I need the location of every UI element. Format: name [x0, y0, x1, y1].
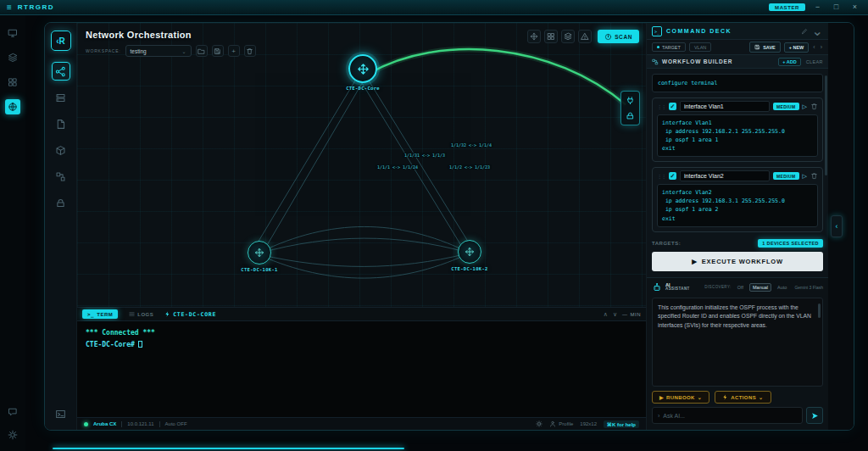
sidebar-item-templates[interactable] — [52, 114, 70, 133]
actions-button[interactable]: ACTIONS ⌄ — [715, 391, 771, 404]
prev-workflow-button[interactable]: ‹ — [812, 44, 815, 50]
save-workflow-button[interactable]: SAVE — [749, 42, 781, 53]
workspace-select[interactable]: testing ⌄ — [125, 45, 192, 57]
priority-badge[interactable]: MEDIUM — [773, 103, 799, 110]
server-icon — [55, 92, 66, 103]
next-workflow-button[interactable]: › — [820, 44, 823, 50]
panel-caret-button[interactable]: ⌄ — [812, 23, 823, 39]
sidebar-item-automation[interactable] — [52, 167, 70, 186]
step-checkbox[interactable]: ✓ — [669, 172, 676, 180]
profile-menu[interactable]: Profile — [549, 420, 573, 427]
rail-item-layers[interactable] — [5, 50, 20, 65]
execute-workflow-button[interactable]: ▶ EXECUTE WORKFLOW — [652, 252, 823, 271]
ai-message-box[interactable]: This configuration initializes the OSPF … — [652, 298, 823, 387]
rail-item-settings[interactable] — [5, 427, 20, 443]
run-step-button[interactable]: ▷ — [803, 173, 807, 179]
sidebar-item-security[interactable] — [52, 193, 70, 212]
step-name-input[interactable] — [680, 170, 770, 181]
maximize-button[interactable]: □ — [830, 3, 843, 11]
add-step-button[interactable]: + ADD — [778, 58, 800, 66]
sidebar-item-terminal[interactable] — [52, 404, 70, 423]
topo-node-left[interactable]: CTE-DC-10K-1 — [225, 241, 293, 272]
package-icon — [55, 145, 66, 156]
drag-handle[interactable]: ⋮⋮ — [657, 173, 665, 179]
terminal-tab-term[interactable]: >_ TERM — [82, 309, 118, 319]
discovery-mode-auto[interactable]: Auto — [775, 284, 789, 291]
sidebar-item-topology[interactable] — [52, 62, 70, 81]
terminal-output[interactable]: *** Connected *** CTE-DC-Core# — [77, 321, 646, 417]
edge-line[interactable] — [256, 75, 359, 246]
targets-count-badge[interactable]: 1 DEVICES SELECTED — [758, 239, 823, 248]
base-command-box[interactable]: configure terminal — [652, 74, 823, 92]
expand-up-button[interactable]: ∧ — [604, 311, 608, 318]
step-code-box[interactable]: interface Vlan1 ip address 192.168.2.1 2… — [657, 114, 818, 157]
edge-line[interactable] — [359, 77, 464, 250]
sidebar-item-inventory[interactable] — [52, 141, 70, 159]
step-name-input[interactable] — [680, 101, 770, 112]
pan-tool-button[interactable] — [527, 30, 541, 43]
workflow-step: ⋮⋮ ✓ MEDIUM ▷ interface Vlan2 ip address… — [652, 167, 823, 231]
actions-label: ACTIONS — [731, 395, 756, 400]
tab-target[interactable]: TARGET — [652, 42, 686, 52]
terminal-tab-logs[interactable]: LOGS — [124, 309, 159, 319]
close-button[interactable]: × — [849, 3, 861, 11]
topo-node-right[interactable]: CTE-DC-10K-2 — [436, 240, 504, 271]
step-code-box[interactable]: interface Vlan2 ip address 192.168.3.1 2… — [657, 184, 818, 226]
edge-line[interactable] — [364, 75, 470, 246]
ask-ai-input[interactable] — [663, 413, 797, 419]
connect-link-button[interactable] — [625, 95, 636, 106]
rail-item-chat[interactable] — [5, 404, 20, 420]
collapse-panel-button[interactable]: ‹ — [831, 215, 843, 237]
lock-canvas-button[interactable] — [625, 110, 636, 121]
alerts-button[interactable] — [578, 30, 592, 43]
app-title: RTRGRD — [18, 3, 54, 11]
tab-vlan[interactable]: VLAN — [689, 42, 711, 52]
discovery-label: DISCOVERY: — [704, 285, 731, 289]
step-checkbox[interactable]: ✓ — [669, 103, 676, 110]
menu-icon[interactable]: ≡ — [7, 3, 12, 12]
rail-item-network-active[interactable] — [5, 99, 20, 114]
message-scrollbar[interactable] — [818, 303, 821, 318]
minimize-terminal-button[interactable]: — MIN — [622, 312, 641, 317]
workspace-delete-button[interactable] — [244, 45, 256, 57]
ai-model-label[interactable]: Gemini 3 Flash — [794, 285, 823, 290]
discovery-mode-manual[interactable]: Manual — [749, 283, 771, 292]
edge-line[interactable] — [264, 77, 365, 250]
grid-toggle-button[interactable] — [544, 30, 558, 43]
clear-steps-button[interactable]: CLEAR — [806, 59, 823, 64]
gear-icon[interactable] — [536, 420, 542, 427]
rail-item-grid[interactable] — [5, 75, 20, 90]
workspace-save-button[interactable] — [212, 45, 224, 57]
drag-handle[interactable]: ⋮⋮ — [657, 103, 665, 109]
workspace-open-button[interactable] — [196, 45, 208, 57]
collapse-down-button[interactable]: ∨ — [613, 311, 617, 318]
priority-badge[interactable]: MEDIUM — [773, 172, 799, 180]
sidebar-item-devices[interactable] — [52, 88, 70, 107]
plug-icon — [626, 96, 635, 105]
rail-item-monitor[interactable] — [5, 25, 20, 41]
discovery-mode-off[interactable]: Off — [735, 284, 746, 291]
panel-scrollbar[interactable] — [825, 75, 827, 175]
minimize-button[interactable]: − — [811, 3, 824, 11]
rail-bottom-group — [5, 404, 20, 443]
topology-icon — [55, 66, 66, 77]
terminal-controls: ∧ ∨ — MIN — [604, 311, 641, 318]
delete-step-button[interactable] — [810, 172, 818, 180]
edit-button[interactable] — [801, 28, 808, 35]
ask-ai-field[interactable]: › — [652, 407, 803, 424]
new-workflow-button[interactable]: + NEW — [784, 42, 810, 53]
save-label: SAVE — [763, 45, 776, 50]
topology-canvas[interactable]: Network Orchestration WORKSPACE: testing… — [77, 23, 647, 307]
layers-button[interactable] — [561, 30, 575, 43]
auto-mode-label[interactable]: Auto OFF — [165, 421, 187, 426]
statusbar-right: Profile 192x12 ⌘K for help — [536, 420, 639, 428]
run-step-button[interactable]: ▷ — [803, 103, 807, 109]
runbook-button[interactable]: ▶ RUNBOOK ⌄ — [652, 391, 709, 404]
scan-button[interactable]: SCAN — [598, 30, 639, 43]
help-shortcut[interactable]: ⌘K for help — [604, 420, 639, 428]
terminal-connected-line: *** Connected *** — [86, 327, 637, 339]
delete-step-button[interactable] — [810, 103, 818, 110]
workspace-new-button[interactable]: + — [228, 45, 240, 57]
send-button[interactable] — [806, 407, 823, 424]
topo-node-core[interactable]: CTE-DC-Core — [329, 54, 397, 91]
